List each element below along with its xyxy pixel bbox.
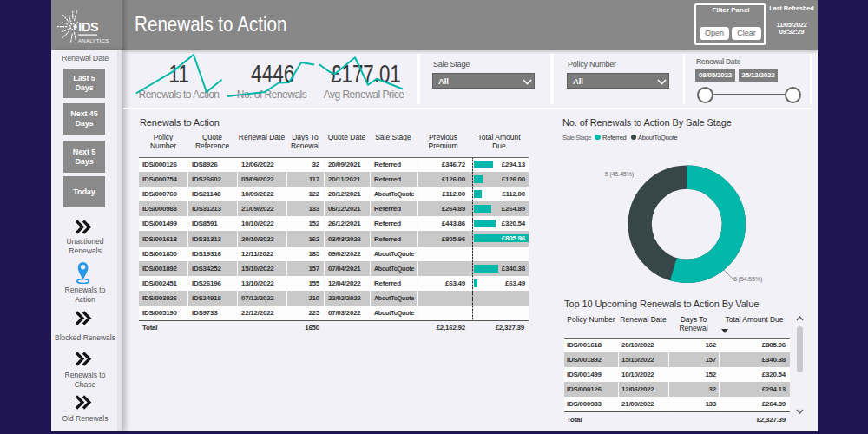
svg-text:ANALYTICS: ANALYTICS (78, 38, 108, 43)
svg-text:IDS: IDS (78, 20, 99, 34)
